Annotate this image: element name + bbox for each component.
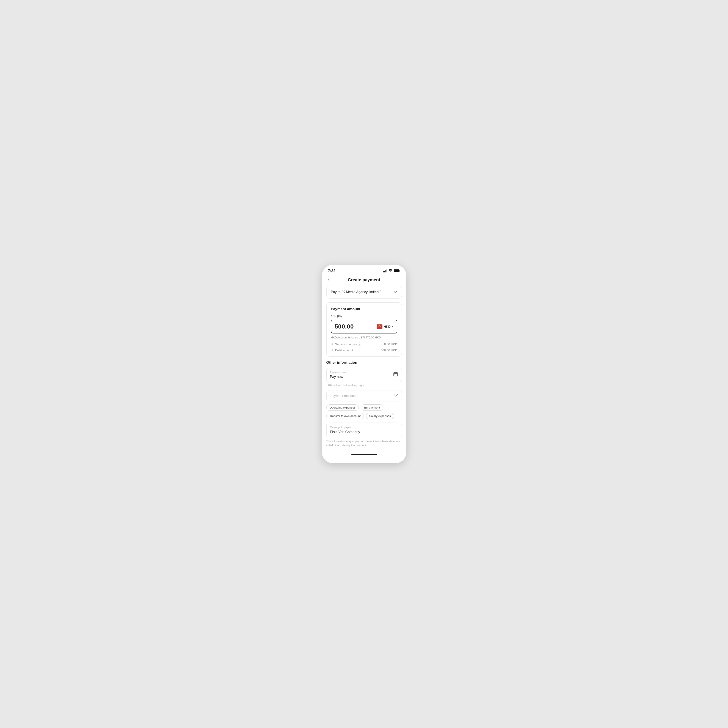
battery-icon: [394, 269, 400, 272]
content-area: Pay to "K Media Agency limited " Payment…: [322, 286, 406, 448]
debit-amount-row: Debit amount 508.00 HKD: [335, 349, 397, 352]
service-charges-row: Service charges i 8.00 HKD: [335, 343, 397, 346]
service-charges-label: Service charges i: [335, 343, 361, 346]
payment-reasons-placeholder: Payment reasons: [330, 394, 356, 398]
you-pay-label: You pay: [331, 314, 397, 318]
reasons-chevron-icon: [394, 394, 398, 398]
back-button[interactable]: ←: [327, 277, 332, 282]
chevron-down-icon: [393, 290, 397, 294]
svg-rect-1: [395, 375, 395, 375]
service-charges-amount: 8.00 HKD: [384, 343, 397, 346]
status-bar: 7:32: [322, 265, 406, 275]
page-title: Create payment: [348, 277, 380, 282]
account-balance: HKD Account balance：876776.00 HKD: [331, 336, 397, 340]
payment-amount-title: Payment amount: [331, 307, 397, 311]
phone-shell: 7:32 ← Create payment Pay: [322, 265, 406, 463]
debit-amount-label: Debit amount: [335, 349, 353, 352]
time-limit-text: 00Time limit: 0–1 working days: [326, 384, 402, 387]
signal-bars-icon: [383, 269, 387, 272]
tag-salary-expenses[interactable]: Salary expenses: [366, 413, 394, 419]
pay-to-selector[interactable]: Pay to "K Media Agency limited ": [326, 286, 402, 298]
payment-date-field[interactable]: Payment date Pay now: [326, 368, 402, 382]
info-icon[interactable]: i: [358, 343, 361, 346]
amount-input[interactable]: 500.00 ✿ HKD ▾: [331, 320, 397, 333]
amount-value: 500.00: [335, 323, 354, 330]
message-field-label: Message to payee: [330, 426, 398, 429]
payment-date-value: Pay now: [330, 375, 346, 379]
other-info-title: Other information: [326, 361, 402, 365]
payment-date-label: Payment date: [330, 371, 346, 374]
tag-operating-expenses[interactable]: Operating expenses: [326, 404, 359, 411]
charges-list: Service charges i 8.00 HKD Debit amount …: [331, 343, 397, 352]
reason-tags: Operating expenses Bill payment Transfer…: [326, 404, 402, 419]
debit-amount-value: 508.00 HKD: [381, 349, 397, 352]
calendar-icon: [393, 372, 398, 378]
status-time: 7:32: [328, 269, 336, 273]
message-field-value: Elsie Von Company: [330, 430, 398, 434]
charge-dot-2: [332, 349, 333, 351]
currency-selector[interactable]: ✿ HKD ▾: [377, 324, 393, 329]
home-indicator: [322, 452, 406, 456]
date-field-inner: Payment date Pay now: [330, 371, 346, 379]
payment-reasons-dropdown[interactable]: Payment reasons: [326, 390, 402, 401]
status-icons: [383, 269, 400, 273]
charge-dot-1: [332, 343, 333, 345]
wifi-icon: [388, 269, 392, 273]
tag-transfer-own-account[interactable]: Transfer to own account: [326, 413, 364, 419]
message-to-payee-field[interactable]: Message to payee Elsie Von Company: [326, 422, 402, 437]
hk-flag-icon: ✿: [377, 324, 382, 329]
payment-amount-section: Payment amount You pay 500.00 ✿ HKD ▾ HK…: [326, 303, 402, 356]
currency-code: HKD: [384, 325, 391, 328]
nav-bar: ← Create payment: [322, 275, 406, 286]
tag-bill-payment[interactable]: Bill payment: [361, 404, 383, 411]
svg-rect-2: [396, 375, 396, 375]
message-hint: This information may appear on the recip…: [326, 439, 402, 448]
svg-rect-0: [394, 373, 398, 376]
other-info-section: Other information Payment date Pay now: [326, 361, 402, 448]
currency-chevron-icon: ▾: [392, 325, 393, 328]
home-bar: [351, 454, 377, 455]
pay-to-label: Pay to "K Media Agency limited ": [331, 290, 381, 294]
